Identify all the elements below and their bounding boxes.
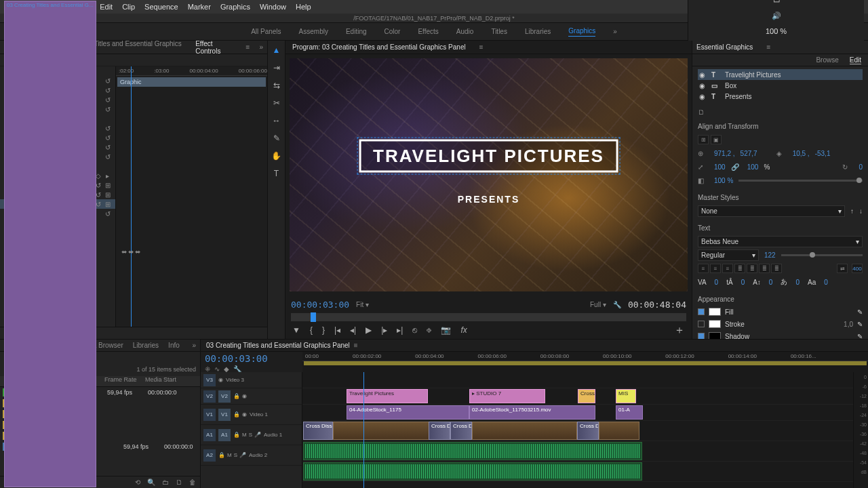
font-size-slider[interactable] (781, 254, 863, 256)
val-pos-x[interactable]: 971,2 , (714, 150, 735, 157)
track-a1[interactable] (302, 441, 853, 462)
trash-icon[interactable]: 🗑 (189, 479, 196, 486)
title-sub-text[interactable]: PRESENTS (458, 194, 519, 205)
col-media-start[interactable]: Media Start (145, 376, 197, 386)
export-frame-icon[interactable]: 📷 (441, 325, 451, 335)
toggle-output-icon[interactable]: ◉ (218, 377, 223, 383)
ec-clip-bar[interactable]: Graphic (117, 77, 266, 87)
ws-titles[interactable]: Titles (491, 28, 507, 35)
volume-icon[interactable]: 🔊 (772, 12, 781, 20)
next-kf-icon[interactable]: ▸ (103, 172, 113, 180)
clip-audio-1[interactable] (303, 442, 642, 460)
hand-tool-icon[interactable]: ✋ (271, 150, 282, 161)
ec-playhead[interactable] (131, 66, 132, 327)
align-justify-last-c-icon[interactable]: ≣ (759, 264, 770, 273)
font-family-dropdown[interactable]: Bebas Neue▾ (698, 236, 863, 247)
ws-overflow-icon[interactable]: » (613, 28, 617, 35)
eye-icon[interactable]: ◉ (699, 82, 707, 89)
ws-audio[interactable]: Audio (456, 28, 474, 35)
type-tool-icon[interactable]: T (271, 168, 282, 179)
fx-badge-icon[interactable]: fx (460, 325, 467, 335)
display-icon[interactable]: ▭ (773, 0, 780, 5)
layer-name[interactable]: Box (725, 82, 736, 89)
panel-overflow-icon[interactable]: » (192, 342, 196, 349)
track-header-v2[interactable]: V2V2🔒◉ (201, 388, 302, 405)
track-select-tool-icon[interactable]: ⇥ (271, 62, 282, 73)
clip-01a[interactable]: 01-A (616, 405, 643, 420)
val-opacity[interactable]: 100 % (714, 177, 733, 184)
track-a2[interactable] (302, 462, 853, 482)
title-text-box[interactable]: TRAVELIGHT PICTURES (359, 140, 618, 173)
clip-cross-d[interactable]: Cross D (577, 422, 599, 440)
clip-video-2[interactable] (472, 422, 577, 440)
playhead-indicator[interactable] (311, 312, 316, 322)
scale-link-icon[interactable]: 🔗 (731, 163, 742, 171)
program-monitor[interactable]: TRAVELIGHT PICTURES PRESENTS (290, 58, 688, 291)
timeline-tracks[interactable]: Travelight Pictures ▸ STUDIO 7 Cross MIS… (302, 372, 853, 488)
eye-icon[interactable]: ◉ (699, 93, 707, 100)
clip-cross-dissolve[interactable]: Cross Dissolve (303, 422, 333, 440)
clip-title-travelight[interactable]: Travelight Pictures (347, 389, 428, 403)
align-justify-icon[interactable]: ≣ (734, 264, 745, 273)
track-header-v3[interactable]: V3◉Video 3 (201, 372, 302, 388)
eg-layer-box[interactable]: ◉▭Box (698, 80, 863, 91)
timeline-timecode[interactable]: 00:00:03:00 (205, 353, 298, 364)
tab-libraries[interactable]: Libraries (133, 342, 159, 349)
val-tsume[interactable]: 0 (795, 279, 800, 286)
title-main-text[interactable]: TRAVELIGHT PICTURES (373, 146, 604, 167)
menu-marker[interactable]: Marker (188, 3, 211, 11)
val-caps[interactable]: 0 (824, 279, 828, 286)
clip-adobestock-117503215[interactable]: 02-AdobeStock_117503215.mov (469, 405, 595, 420)
work-area-bar[interactable] (304, 361, 867, 365)
val-pos-y[interactable]: 527,7 (741, 150, 757, 157)
eg-tab-edit[interactable]: Edit (850, 56, 861, 64)
font-weight-dropdown[interactable]: Regular▾ (698, 249, 759, 261)
align-justify-last-l-icon[interactable]: ≣ (747, 264, 757, 273)
fill-checkbox[interactable] (698, 308, 705, 315)
slip-tool-icon[interactable]: ↔ (271, 115, 282, 126)
menu-help[interactable]: Help (296, 3, 311, 11)
clip-adobestock-1175[interactable]: 04-AdobeStock_1175 (347, 405, 469, 420)
new-item-icon[interactable]: 🗋 (176, 479, 182, 486)
menu-edit[interactable]: Edit (100, 3, 113, 11)
val-leading[interactable]: 0 (741, 279, 745, 286)
track-header-a1[interactable]: A1A1🔒MS🎤Audio 1 (201, 425, 302, 445)
track-v2-lower[interactable]: 04-AdobeStock_1175 02-AdobeStock_1175032… (302, 405, 853, 421)
ws-editing[interactable]: Editing (346, 28, 367, 35)
val-kerning[interactable]: 400 (852, 264, 863, 273)
lift-icon[interactable]: ⎋ (412, 325, 417, 335)
clip-video-1[interactable] (333, 422, 431, 440)
clip-video-3[interactable] (599, 422, 639, 440)
val-baseline[interactable]: 0 (769, 279, 773, 286)
selection-tool-icon[interactable]: ▲ (271, 45, 282, 56)
menu-sequence[interactable]: Sequence (144, 3, 178, 11)
stroke-swatch[interactable] (709, 320, 721, 328)
reset-icon[interactable]: ↺ (103, 96, 113, 104)
font-size[interactable]: 122 (764, 251, 776, 259)
track-v1[interactable]: Cross Dissolve Cross D Cross D Cross D (302, 421, 853, 441)
align-safe-icon[interactable]: ▣ (711, 135, 722, 144)
shadow-swatch[interactable] (709, 332, 721, 339)
reset-icon[interactable]: ↺ (103, 87, 113, 94)
val-scale-w[interactable]: 100 (714, 163, 726, 171)
track-v2[interactable]: Travelight Pictures ▸ STUDIO 7 Cross MIS (302, 388, 853, 405)
razor-tool-icon[interactable]: ✂ (271, 98, 282, 108)
program-scrubber[interactable] (291, 313, 686, 321)
timeline-ruler[interactable]: 00:00 00:00:02:00 00:00:04:00 00:00:06:0… (302, 352, 868, 361)
track-header-a2[interactable]: A2🔒MS🎤Audio 2 (201, 445, 302, 466)
push-style-up-icon[interactable]: ↑ (850, 207, 854, 215)
wrench-icon[interactable]: 🔧 (613, 301, 621, 308)
col-frame-rate[interactable]: Frame Rate (104, 376, 145, 386)
clip-misc[interactable]: MIS (616, 389, 636, 403)
play-icon[interactable]: ▶ (366, 325, 372, 335)
ec-rate-stretch-icon[interactable]: ⬌⬌⬌ (121, 248, 142, 256)
ws-libraries[interactable]: Libraries (525, 28, 551, 35)
timeline-playhead[interactable] (363, 372, 364, 488)
eyedropper-icon[interactable]: ✎ (857, 333, 863, 340)
mask-icon[interactable]: ⊞ (103, 182, 113, 189)
align-right-icon[interactable]: ≡ (722, 264, 733, 273)
ws-assembly[interactable]: Assembly (299, 28, 328, 35)
clip-audio-2[interactable] (303, 462, 642, 481)
ws-graphics[interactable]: Graphics (568, 27, 595, 37)
ws-effects[interactable]: Effects (418, 28, 438, 35)
